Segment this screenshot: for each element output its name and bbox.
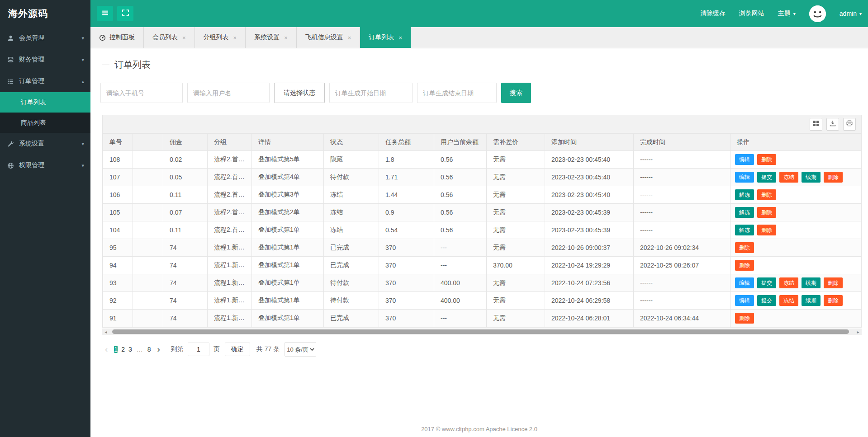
data-table: 单号佣金分组详情状态任务总额用户当前余额需补差价添加时间完成时间操作 1080.… (103, 133, 861, 327)
delete-button[interactable]: 删除 (757, 225, 776, 235)
clear-cache-link[interactable]: 清除缓存 (700, 9, 726, 18)
horizontal-scrollbar[interactable]: ◂ ▸ (102, 329, 862, 335)
delete-button[interactable]: 删除 (824, 295, 843, 306)
fullscreen-button[interactable] (117, 6, 133, 21)
username-input[interactable] (187, 83, 270, 103)
freeze-button[interactable]: 冻结 (779, 295, 798, 306)
next-page-button[interactable]: › (153, 344, 165, 354)
table-cell: 冻结 (324, 186, 379, 204)
scroll-left-arrow[interactable]: ◂ (102, 329, 109, 334)
search-button[interactable]: 搜索 (501, 83, 531, 103)
tab-1[interactable]: 会员列表× (144, 27, 195, 48)
table-cell: 0.56 (434, 186, 487, 204)
sidebar-item-0[interactable]: 会员管理▾ (0, 27, 90, 49)
sidebar-item-4[interactable]: 权限管理▾ (0, 155, 90, 176)
page-button-1[interactable]: 1 (114, 346, 118, 353)
actions-cell: 解冻删除 (730, 221, 861, 239)
table-row: 1070.05流程2.首…叠加模式第4单待付款1.710.56无需2023-02… (103, 169, 861, 186)
freeze-button[interactable]: 冻结 (779, 277, 798, 288)
renew-button[interactable]: 续期 (802, 172, 821, 183)
page-ellipsis: … (137, 346, 143, 353)
table-cell: 流程1.新… (208, 292, 252, 310)
globe-icon (7, 162, 19, 169)
delete-button[interactable]: 删除 (735, 242, 754, 253)
delete-button[interactable]: 删除 (824, 277, 843, 288)
delete-button[interactable]: 删除 (735, 313, 754, 324)
table-cell: 流程2.首… (208, 221, 252, 239)
unfreeze-button[interactable]: 解冻 (735, 207, 754, 218)
avatar[interactable] (809, 5, 826, 22)
filter-columns-button[interactable] (810, 118, 822, 131)
tab-0[interactable]: 控制面板 (90, 27, 144, 48)
table-cell: 冻结 (324, 221, 379, 239)
chevron-down-icon: ▾ (81, 141, 84, 147)
close-icon[interactable]: × (233, 34, 237, 41)
tab-3[interactable]: 系统设置× (246, 27, 297, 48)
export-button[interactable] (826, 118, 839, 131)
delete-button[interactable]: 删除 (757, 189, 776, 200)
table-cell: 无需 (487, 292, 545, 310)
table-row: 9374流程1.新…叠加模式第1单待付款370400.00无需2022-10-2… (103, 274, 861, 292)
close-icon[interactable]: × (348, 34, 351, 41)
theme-dropdown[interactable]: 主题▾ (778, 9, 796, 18)
unfreeze-button[interactable]: 解冻 (735, 189, 754, 200)
start-date-input[interactable] (329, 83, 413, 103)
page-button-8[interactable]: 8 (147, 346, 151, 353)
table-cell: 93 (103, 274, 133, 292)
print-icon (846, 120, 853, 128)
edit-button[interactable]: 编辑 (735, 172, 754, 183)
table-cell: 叠加模式第1单 (252, 257, 324, 274)
sidebar-item-2[interactable]: 订单管理▴ (0, 70, 90, 92)
prev-page-button[interactable]: ‹ (100, 344, 112, 354)
tab-5[interactable]: 订单列表× (360, 27, 411, 48)
pagination: ‹ 123…8 › 到第 页 确定 共 77 条 10 条/页 (100, 342, 856, 357)
submit-button[interactable]: 提交 (757, 295, 776, 306)
close-icon[interactable]: × (398, 34, 402, 41)
edit-button[interactable]: 编辑 (735, 295, 754, 306)
tab-4[interactable]: 飞机信息设置× (297, 27, 360, 48)
delete-button[interactable]: 删除 (757, 154, 776, 165)
menu-toggle-button[interactable] (97, 6, 113, 21)
status-select[interactable]: 请选择状态 (274, 83, 325, 103)
sidebar-item-1[interactable]: 财务管理▾ (0, 49, 90, 70)
jump-page-input[interactable] (188, 343, 209, 356)
delete-button[interactable]: 删除 (824, 172, 843, 183)
per-page-select[interactable]: 10 条/页 (285, 342, 316, 357)
close-icon[interactable]: × (284, 34, 288, 41)
actions-cell: 删除 (730, 257, 861, 274)
freeze-button[interactable]: 冻结 (779, 172, 798, 183)
table-cell: 106 (103, 186, 133, 204)
edit-button[interactable]: 编辑 (735, 277, 754, 288)
page-button-2[interactable]: 2 (121, 346, 125, 353)
sidebar-subitem-2-0[interactable]: 订单列表 (0, 92, 90, 113)
user-dropdown[interactable]: admin▾ (840, 10, 862, 17)
submit-button[interactable]: 提交 (757, 277, 776, 288)
renew-button[interactable]: 续期 (802, 295, 821, 306)
unfreeze-button[interactable]: 解冻 (735, 225, 754, 235)
table-cell: 叠加模式第1单 (252, 221, 324, 239)
title-dash (102, 65, 109, 65)
renew-button[interactable]: 续期 (802, 277, 821, 288)
sidebar-item-3[interactable]: 系统设置▾ (0, 133, 90, 155)
submit-button[interactable]: 提交 (757, 172, 776, 183)
scrollbar-thumb[interactable] (112, 329, 849, 334)
table-cell: 2022-10-24 07:23:56 (545, 274, 634, 292)
browse-site-link[interactable]: 浏览网站 (739, 9, 764, 18)
column-header: 添加时间 (545, 134, 634, 151)
phone-input[interactable] (100, 83, 183, 103)
table-header-row: 单号佣金分组详情状态任务总额用户当前余额需补差价添加时间完成时间操作 (103, 134, 861, 151)
edit-button[interactable]: 编辑 (735, 154, 754, 165)
close-icon[interactable]: × (182, 34, 186, 41)
sidebar-subitem-2-1[interactable]: 商品列表 (0, 113, 90, 133)
confirm-button[interactable]: 确定 (225, 343, 250, 356)
delete-button[interactable]: 删除 (757, 207, 776, 218)
tab-2[interactable]: 分组列表× (195, 27, 246, 48)
delete-button[interactable]: 删除 (735, 260, 754, 271)
scroll-right-arrow[interactable]: ▸ (854, 329, 862, 334)
table-cell (133, 151, 163, 169)
table-cell: 74 (163, 257, 208, 274)
table-cell: 74 (163, 239, 208, 257)
print-button[interactable] (843, 118, 856, 131)
page-button-3[interactable]: 3 (128, 346, 132, 353)
end-date-input[interactable] (417, 83, 497, 103)
